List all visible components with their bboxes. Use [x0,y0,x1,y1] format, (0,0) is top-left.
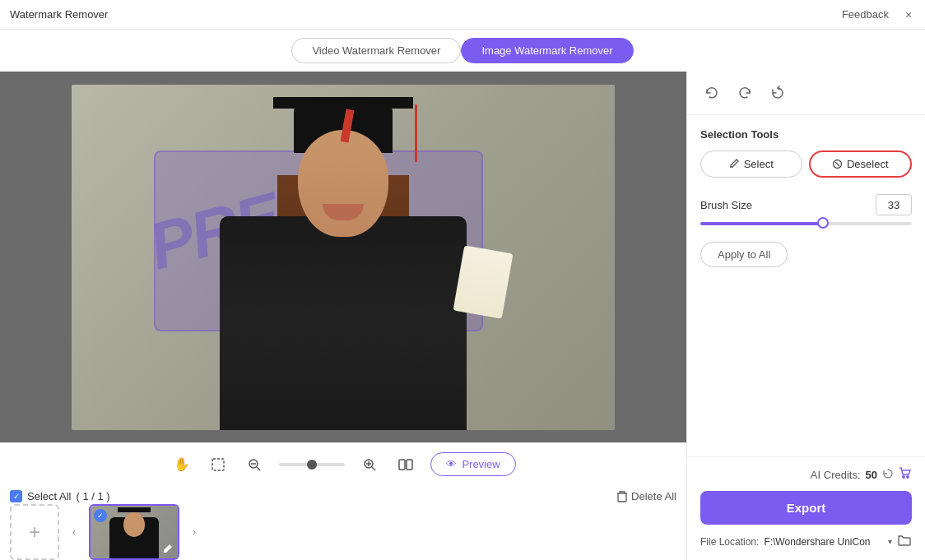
image-container[interactable]: PRE [0,72,686,442]
brush-size-value: 33 [876,194,912,215]
svg-rect-9 [407,460,412,470]
file-location-row: File Location: F:\Wondershare UniCon ▾ [700,533,912,550]
cart-icon[interactable] [899,467,912,483]
panel-footer: AI Credits: 50 Export [687,456,925,560]
grad-cap-tassel [415,104,417,162]
undo-button[interactable] [700,81,723,104]
feedback-link[interactable]: Feedback [842,8,889,21]
grad-gown [220,216,467,430]
export-button[interactable]: Export [700,491,912,525]
filmstrip-bottom: + ‹ ✓ › [0,504,686,560]
add-icon: + [29,521,40,544]
title-bar-right: Feedback × [842,8,915,21]
selection-tools-title: Selection Tools [700,128,912,141]
refresh-button[interactable] [766,81,789,104]
deselect-button[interactable]: Deselect [809,150,913,178]
apply-to-all-button[interactable]: Apply to All [700,242,788,267]
svg-point-14 [907,476,909,478]
pencil-icon [729,159,740,169]
graduation-photo: PRE [72,85,615,430]
title-bar: Watermark Remover Feedback × [0,0,925,30]
filmstrip-section: ✓ Select All ( 1 / 1 ) Delete All + ‹ [0,485,686,560]
panel-toolbar [687,72,925,115]
preview-label: Preview [462,458,500,470]
split-view-icon[interactable] [394,453,417,476]
right-panel: Selection Tools Select Deselect Brush Si… [686,72,925,560]
ai-credits-label: AI Credits: [811,469,861,481]
brush-slider-thumb [817,217,829,229]
zoom-in-icon[interactable] [358,453,381,476]
brush-size-row: Brush Size 33 [700,194,912,215]
filmstrip-header: ✓ Select All ( 1 / 1 ) Delete All [0,485,686,504]
zoom-slider-thumb [307,460,317,470]
thumbnail-item[interactable]: ✓ [89,504,179,560]
panel-body: Selection Tools Select Deselect Brush Si… [687,115,925,456]
svg-rect-8 [399,460,405,470]
credits-refresh-icon[interactable] [882,468,894,482]
tab-image-watermark-remover[interactable]: Image Watermark Remover [461,38,633,63]
tab-bar: Video Watermark Remover Image Watermark … [0,30,925,72]
select-all-label: ✓ Select All ( 1 / 1 ) [10,490,110,502]
grad-cap-board [273,97,413,109]
folder-icon[interactable] [897,533,912,550]
close-button[interactable]: × [902,8,915,21]
file-path: F:\Wondershare UniCon [764,536,886,548]
file-location-dropdown[interactable]: ▾ [888,537,892,546]
svg-rect-0 [212,459,224,470]
filmstrip-nav-right[interactable]: › [186,524,202,540]
deselect-icon [832,159,843,169]
delete-all-button[interactable]: Delete All [616,490,676,502]
select-all-text: Select All [27,490,71,502]
ai-credits-count: 50 [866,469,877,481]
brush-size-slider[interactable] [700,222,912,225]
svg-line-5 [372,467,375,470]
thumb-checkmark: ✓ [94,509,107,522]
ai-credits-row: AI Credits: 50 [700,467,912,483]
svg-line-12 [835,162,839,166]
delete-all-label: Delete All [631,490,676,502]
main-content: PRE ✋ [0,72,925,560]
select-label: Select [744,158,774,170]
svg-point-13 [903,476,904,478]
file-location-value: F:\Wondershare UniCon ▾ [764,536,892,548]
add-image-button[interactable]: + [10,504,59,560]
select-tool-icon[interactable] [207,453,230,476]
trash-icon [616,491,628,502]
app-title: Watermark Remover [10,8,108,21]
brush-size-label: Brush Size [700,199,752,211]
zoom-out-icon[interactable] [243,453,266,476]
tab-video-watermark-remover[interactable]: Video Watermark Remover [291,38,461,63]
canvas-area: PRE ✋ [0,72,686,560]
tool-buttons: Select Deselect [700,150,912,178]
svg-line-2 [257,467,260,470]
title-bar-left: Watermark Remover [10,8,108,21]
redo-button[interactable] [733,81,756,104]
file-location-label: File Location: [700,536,759,548]
select-all-checkbox[interactable]: ✓ [10,490,22,502]
deselect-label: Deselect [847,158,889,170]
thumb-edit-icon [163,544,174,555]
photo-frame: PRE [72,85,615,430]
pan-tool-icon[interactable]: ✋ [170,453,193,476]
zoom-slider[interactable] [279,463,345,466]
eye-icon: 👁 [446,458,457,470]
select-all-count: ( 1 / 1 ) [76,490,109,502]
canvas-toolbar: ✋ [0,442,686,485]
filmstrip-nav-left[interactable]: ‹ [66,524,82,540]
preview-button[interactable]: 👁 Preview [430,452,515,476]
select-button[interactable]: Select [700,150,802,178]
grad-face [298,130,388,237]
